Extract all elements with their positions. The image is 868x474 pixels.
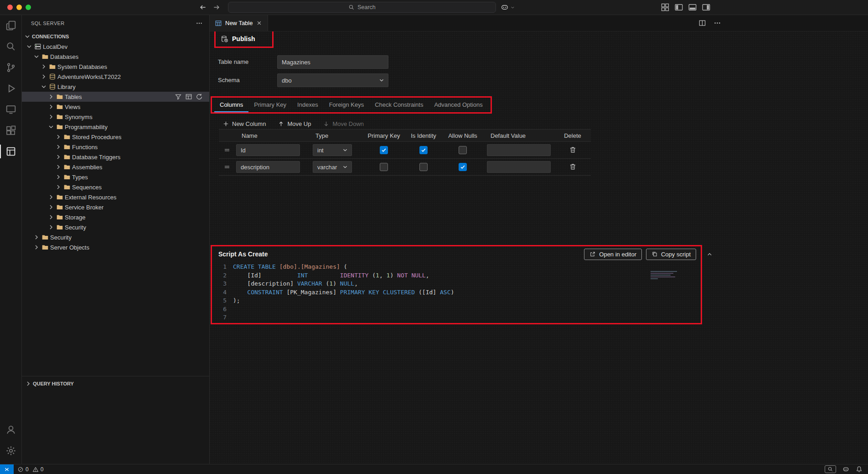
panel-left-icon[interactable] — [674, 3, 683, 12]
tree-item-types[interactable]: Types — [22, 172, 209, 182]
panel-collapse-button[interactable] — [705, 250, 714, 259]
activity-item-source-control[interactable] — [0, 57, 21, 78]
activity-item-remote-explorer[interactable] — [0, 99, 21, 120]
problems-status[interactable]: 0 0 — [14, 464, 47, 474]
primary-key-checkbox-checked[interactable] — [380, 146, 388, 154]
designer-tab-foreign-keys[interactable]: Foreign Keys — [324, 98, 370, 112]
source-control-icon — [5, 62, 16, 73]
activity-item-extensions[interactable] — [0, 120, 21, 141]
designer-tab-columns[interactable]: Columns — [214, 98, 248, 112]
chevron-right-icon — [55, 133, 62, 141]
designer-tab-indexes[interactable]: Indexes — [292, 98, 324, 112]
copilot-icon[interactable] — [842, 466, 849, 473]
column-header-type: Type — [309, 132, 364, 139]
drag-handle-icon[interactable] — [223, 146, 231, 154]
designer-tab-primary-key[interactable]: Primary Key — [248, 98, 292, 112]
tree-item-security[interactable]: Security — [22, 222, 209, 232]
bell-icon[interactable] — [856, 466, 863, 473]
remote-indicator[interactable] — [0, 464, 14, 474]
tree-item-sequences[interactable]: Sequences — [22, 182, 209, 192]
tree-item-programmability[interactable]: Programmability — [22, 122, 209, 132]
back-arrow-icon[interactable] — [199, 3, 207, 11]
chevron-down-icon — [342, 147, 348, 153]
activity-item-search[interactable] — [0, 36, 21, 57]
delete-column-button[interactable] — [568, 146, 577, 154]
schema-select[interactable]: dbo — [277, 73, 388, 87]
close-window-button[interactable] — [7, 5, 13, 10]
drag-handle-icon[interactable] — [223, 163, 231, 171]
is-identity-checkbox-checked[interactable] — [419, 146, 428, 154]
allow-nulls-checkbox-unchecked[interactable] — [459, 146, 467, 154]
allow-nulls-checkbox-checked[interactable] — [459, 163, 467, 171]
grid-layout-icon[interactable] — [661, 3, 670, 12]
more-actions-icon[interactable] — [196, 20, 203, 27]
refresh-button[interactable] — [196, 93, 203, 100]
maximize-window-button[interactable] — [26, 5, 31, 10]
publish-button[interactable]: Publish — [216, 35, 255, 43]
activity-item-account[interactable] — [0, 419, 21, 440]
tree-item-views[interactable]: Views — [22, 102, 209, 112]
column-type-select[interactable]: int — [313, 144, 352, 156]
line-number: 2 — [212, 271, 233, 280]
tree-item-adventureworkslt2022[interactable]: AdventureWorksLT2022 — [22, 72, 209, 82]
column-type-select[interactable]: varchar — [313, 161, 352, 173]
split-editor-icon[interactable] — [698, 19, 706, 27]
tree-item-server-objects[interactable]: Server Objects — [22, 242, 209, 252]
forward-arrow-icon[interactable] — [212, 3, 221, 11]
is-identity-checkbox-unchecked[interactable] — [419, 163, 428, 171]
tree-item-library[interactable]: Library — [22, 82, 209, 92]
copilot-menu-button[interactable] — [501, 3, 515, 11]
activity-item-explorer[interactable] — [0, 15, 21, 36]
designer-tab-advanced-options[interactable]: Advanced Options — [429, 98, 488, 112]
activity-item-sql-server[interactable] — [0, 141, 21, 162]
tree-item-external-resources[interactable]: External Resources — [22, 192, 209, 202]
new-table-button[interactable] — [185, 93, 192, 100]
copy-icon — [651, 251, 658, 257]
tree-item-functions[interactable]: Functions — [22, 142, 209, 152]
tree-item-tables[interactable]: Tables — [22, 92, 209, 102]
designer-tab-check-constraints[interactable]: Check Constraints — [369, 98, 429, 112]
default-value-input[interactable] — [487, 144, 551, 156]
delete-column-button[interactable] — [568, 163, 577, 171]
script-editor[interactable]: 1CREATE TABLE [dbo].[Magazines] (2 [Id] … — [212, 263, 699, 322]
search-input[interactable]: Search — [228, 2, 496, 13]
new-column-button[interactable]: New Column — [222, 120, 266, 127]
panel-bottom-icon[interactable] — [688, 3, 697, 12]
tree-item-service-broker[interactable]: Service Broker — [22, 202, 209, 212]
column-type-value: varchar — [317, 164, 337, 171]
connections-section-header[interactable]: CONNECTIONS — [22, 31, 209, 42]
minimap[interactable] — [651, 271, 681, 282]
more-actions-icon[interactable] — [713, 19, 721, 27]
tab-new-table[interactable]: New Table — [210, 15, 268, 31]
code-text: [Id] INT IDENTITY (1, 1) NOT NULL, — [233, 271, 699, 280]
check-icon — [460, 164, 466, 170]
tree-item-storage[interactable]: Storage — [22, 212, 209, 222]
tree-item-localdev[interactable]: LocalDev — [22, 42, 209, 52]
activity-item-run-debug[interactable] — [0, 78, 21, 99]
zoom-indicator[interactable] — [825, 465, 836, 473]
close-tab-icon[interactable] — [256, 20, 263, 26]
move-up-button[interactable]: Move Up — [278, 120, 311, 127]
query-history-section-header[interactable]: QUERY HISTORY — [22, 376, 209, 391]
line-number: 7 — [212, 313, 233, 322]
tree-item-stored-procedures[interactable]: Stored Procedures — [22, 132, 209, 142]
minimize-window-button[interactable] — [16, 5, 22, 10]
copy-script-button[interactable]: Copy script — [646, 249, 696, 260]
primary-key-checkbox-unchecked[interactable] — [380, 163, 388, 171]
activity-item-settings[interactable] — [0, 440, 21, 461]
open-in-editor-button[interactable]: Open in editor — [584, 249, 642, 260]
tree-item-label: Databases — [50, 53, 78, 60]
panel-right-icon[interactable] — [702, 3, 711, 12]
default-value-input[interactable] — [487, 161, 551, 173]
tree-item-security[interactable]: Security — [22, 232, 209, 242]
column-name-input[interactable] — [236, 161, 300, 173]
tree-item-system-databases[interactable]: System Databases — [22, 62, 209, 72]
tree-item-databases[interactable]: Databases — [22, 52, 209, 62]
tree-item-assemblies[interactable]: Assemblies — [22, 162, 209, 172]
filter-button[interactable] — [175, 93, 182, 100]
tree-item-database-triggers[interactable]: Database Triggers — [22, 152, 209, 162]
tree-item-synonyms[interactable]: Synonyms — [22, 112, 209, 122]
folder-icon — [63, 133, 71, 141]
table-name-input[interactable] — [277, 55, 388, 69]
column-name-input[interactable] — [236, 144, 300, 156]
